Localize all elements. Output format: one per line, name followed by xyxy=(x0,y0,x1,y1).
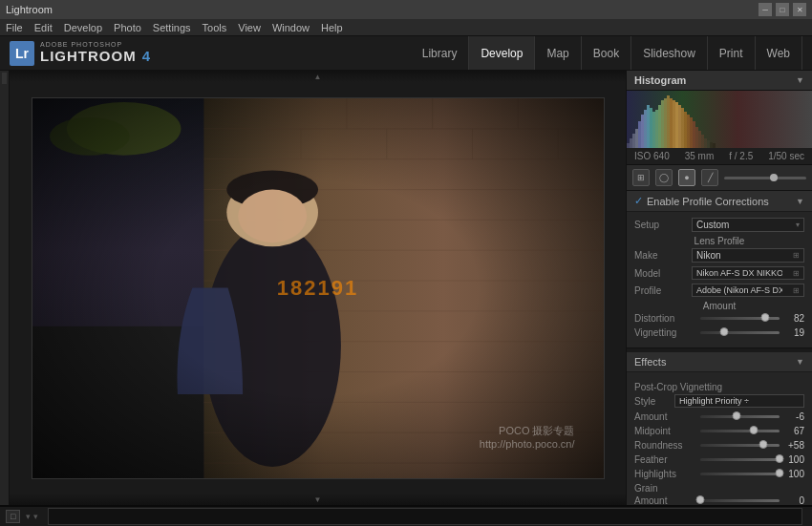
histogram-canvas xyxy=(627,91,812,148)
feather-value: 100 xyxy=(783,454,804,465)
camera-info: ISO 640 35 mm f / 2.5 1/50 sec xyxy=(627,148,812,165)
vignetting-value: 19 xyxy=(783,327,804,338)
menu-bar: File Edit Develop Photo Settings Tools V… xyxy=(0,19,812,36)
close-button[interactable]: ✕ xyxy=(793,3,806,16)
make-value[interactable]: Nikon ⊞ xyxy=(692,248,804,263)
window-controls[interactable]: ─ □ ✕ xyxy=(759,3,806,16)
model-value[interactable]: Nikon AF-S DX NIKKOR 35mm... ⊞ xyxy=(692,266,804,280)
grain-amount-label: Amount xyxy=(634,495,696,505)
lightroom-label: LIGHTROOM xyxy=(40,49,137,65)
right-panel: Histogram ▼ xyxy=(626,71,812,505)
tool-opacity-slider[interactable] xyxy=(724,177,806,179)
focal-value: 35 mm xyxy=(685,151,715,161)
bottom-film-bar: □ ▾ ▾ xyxy=(0,505,812,526)
tool-dot[interactable]: ● xyxy=(678,169,695,186)
setup-label: Setup xyxy=(634,220,692,230)
feather-slider[interactable] xyxy=(700,458,780,461)
make-row: Make Nikon ⊞ xyxy=(634,248,804,263)
lens-correction-content: Setup Custom ▾ Lens Profile Make Nikon ⊞ xyxy=(627,212,812,347)
app-header: Lr ADOBE PHOTOSHOP LIGHTROOM 4 Library D… xyxy=(0,36,812,71)
watermark-brand: POCO 摄影专题 http://photo.poco.cn/ xyxy=(480,424,575,450)
midpoint-value: 67 xyxy=(783,426,804,436)
distortion-slider[interactable] xyxy=(700,317,780,320)
histogram-label: Histogram xyxy=(634,74,686,86)
filmstrip-strip xyxy=(48,508,802,525)
style-label: Style xyxy=(634,396,674,407)
left-panel xyxy=(0,71,10,505)
effects-label: Effects xyxy=(634,356,666,368)
distortion-label: Distortion xyxy=(634,313,696,324)
make-label: Make xyxy=(634,250,692,261)
setup-value[interactable]: Custom ▾ xyxy=(692,218,804,232)
menu-tools[interactable]: Tools xyxy=(203,22,227,33)
feather-label: Feather xyxy=(634,454,696,465)
menu-edit[interactable]: Edit xyxy=(34,22,53,33)
left-panel-toggle[interactable] xyxy=(2,73,7,84)
tab-library[interactable]: Library xyxy=(411,36,469,70)
effects-amount-row: Amount -6 xyxy=(634,411,804,422)
midpoint-label: Midpoint xyxy=(634,426,696,436)
profile-value[interactable]: Adobe (Nikon AF-S DX NIKKO... ⊞ xyxy=(692,284,804,297)
tab-map[interactable]: Map xyxy=(534,36,580,70)
roundness-slider[interactable] xyxy=(700,444,780,447)
svg-rect-61 xyxy=(627,91,812,148)
model-label: Model xyxy=(634,268,692,279)
lens-correction-panel: ✓ Enable Profile Corrections ▼ Setup Cus… xyxy=(627,191,812,348)
app-title: Lightroom xyxy=(6,4,759,15)
menu-develop[interactable]: Develop xyxy=(64,22,102,33)
vignetting-slider[interactable] xyxy=(700,331,780,334)
tool-brush[interactable]: ╱ xyxy=(701,169,718,186)
main-area: ▲ xyxy=(0,71,812,505)
menu-view[interactable]: View xyxy=(238,22,261,33)
effects-arrow[interactable]: ▼ xyxy=(796,357,804,367)
midpoint-slider[interactable] xyxy=(700,430,780,432)
filmstrip-controls: ▾ ▾ xyxy=(26,512,38,521)
app-name: ADOBE PHOTOSHOP LIGHTROOM 4 xyxy=(40,41,150,64)
menu-settings[interactable]: Settings xyxy=(153,22,191,33)
menu-help[interactable]: Help xyxy=(321,22,343,33)
grain-label: Grain xyxy=(634,483,804,494)
tab-print[interactable]: Print xyxy=(707,36,755,70)
grain-amount-slider[interactable] xyxy=(700,499,780,502)
model-row: Model Nikon AF-S DX NIKKOR 35mm... ⊞ xyxy=(634,266,804,280)
distortion-row: Distortion 82 xyxy=(634,313,804,324)
menu-photo[interactable]: Photo xyxy=(114,22,141,33)
photo-area[interactable]: ▲ xyxy=(10,71,626,505)
tool-grid[interactable]: ⊞ xyxy=(632,169,650,186)
effects-header[interactable]: Effects ▼ xyxy=(627,352,812,372)
profile-row: Profile Adobe (Nikon AF-S DX NIKKO... ⊞ xyxy=(634,284,804,297)
filmstrip-toggle[interactable]: □ xyxy=(6,510,20,523)
distortion-value: 82 xyxy=(783,313,804,324)
style-row: Style Highlight Priority ÷ xyxy=(634,394,804,408)
post-crop-label: Post-Crop Vignetting xyxy=(634,382,804,392)
menu-file[interactable]: File xyxy=(6,22,23,33)
histogram-header: Histogram ▼ xyxy=(627,71,812,91)
roundness-row: Roundness +58 xyxy=(634,440,804,451)
tab-book[interactable]: Book xyxy=(581,36,630,70)
photo-container[interactable]: 182191 POCO 摄影专题 http://photo.poco.cn/ xyxy=(32,97,605,479)
lens-correction-header[interactable]: ✓ Enable Profile Corrections ▼ xyxy=(627,191,812,212)
lens-correction-check[interactable]: ✓ xyxy=(634,195,643,207)
highlights-value: 100 xyxy=(783,469,804,479)
lens-correction-arrow[interactable]: ▼ xyxy=(796,197,804,206)
setup-row: Setup Custom ▾ xyxy=(634,218,804,232)
effects-amount-slider[interactable] xyxy=(700,415,780,418)
tab-web[interactable]: Web xyxy=(755,36,802,70)
maximize-button[interactable]: □ xyxy=(776,3,789,16)
style-value[interactable]: Highlight Priority ÷ xyxy=(674,394,804,408)
tab-slideshow[interactable]: Slideshow xyxy=(630,36,707,70)
photo-scene: 182191 POCO 摄影专题 http://photo.poco.cn/ xyxy=(32,98,604,478)
highlights-slider[interactable] xyxy=(700,473,780,475)
shutter-value: 1/50 sec xyxy=(768,151,804,161)
tool-circle[interactable]: ◯ xyxy=(655,169,673,186)
version-label: 4 xyxy=(142,49,150,65)
midpoint-row: Midpoint 67 xyxy=(634,426,804,436)
menu-window[interactable]: Window xyxy=(272,22,310,33)
minimize-button[interactable]: ─ xyxy=(759,3,772,16)
grain-amount-value: 0 xyxy=(783,495,804,505)
grain-amount-row: Amount 0 xyxy=(634,495,804,505)
highlights-label: Highlights xyxy=(634,469,696,479)
lens-correction-label: Enable Profile Corrections xyxy=(647,196,769,207)
tab-develop[interactable]: Develop xyxy=(468,36,534,70)
histogram-arrow[interactable]: ▼ xyxy=(796,75,804,85)
